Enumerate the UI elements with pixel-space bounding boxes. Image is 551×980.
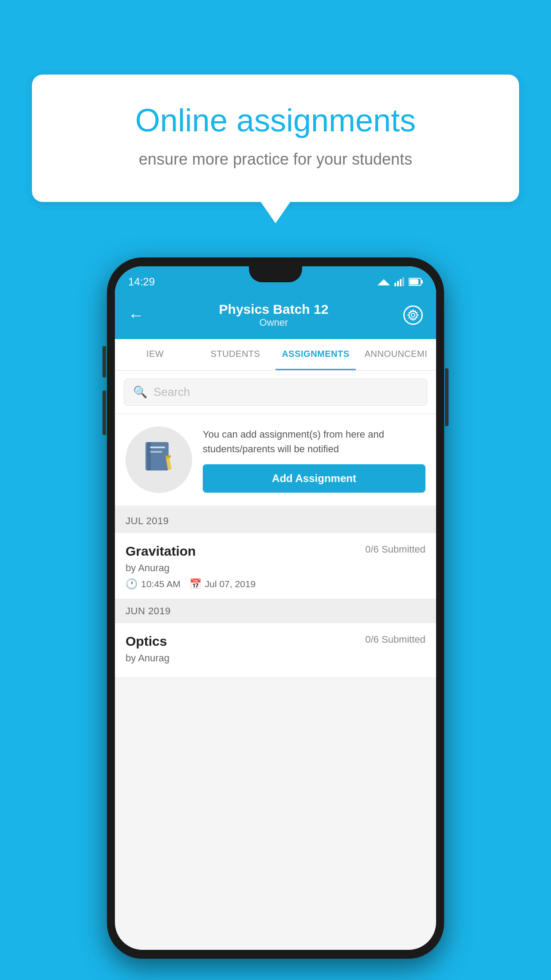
promo-description: You can add assignment(s) from here and … [203, 427, 425, 456]
assignment-item-optics[interactable]: Optics 0/6 Submitted by Anurag [115, 623, 436, 678]
assignment-by-gravitation: by Anurag [126, 562, 425, 574]
assignment-meta-gravitation: 🕐 10:45 AM 📅 Jul 07, 2019 [126, 578, 425, 590]
search-icon: 🔍 [133, 385, 147, 399]
add-assignment-button[interactable]: Add Assignment [203, 464, 425, 493]
gear-icon [407, 309, 419, 321]
assignment-submitted-gravitation: 0/6 Submitted [365, 544, 425, 555]
assignment-name-optics: Optics [126, 634, 167, 649]
phone-frame: 14:29 [107, 257, 444, 959]
svg-rect-6 [421, 280, 423, 284]
speech-bubble-subtitle: ensure more practice for your students [67, 148, 484, 170]
assignment-time-gravitation: 🕐 10:45 AM [126, 578, 181, 590]
section-header-jul: JUL 2019 [115, 509, 436, 533]
svg-rect-7 [409, 279, 418, 285]
header-center: Physics Batch 12 Owner [144, 302, 403, 328]
svg-rect-2 [397, 281, 399, 286]
speech-bubble: Online assignments ensure more practice … [32, 75, 519, 202]
assignment-submitted-optics: 0/6 Submitted [365, 634, 425, 645]
wifi-icon [378, 277, 390, 286]
svg-rect-12 [150, 451, 162, 453]
search-input[interactable]: Search [153, 385, 190, 399]
battery-icon [409, 278, 423, 286]
assignment-top-row: Gravitation 0/6 Submitted [126, 544, 425, 559]
search-bar[interactable]: 🔍 Search [124, 379, 427, 406]
promo-icon-circle [126, 427, 192, 493]
svg-rect-4 [402, 277, 404, 286]
svg-rect-11 [150, 447, 165, 448]
assignment-by-optics: by Anurag [126, 652, 425, 664]
notebook-icon [141, 439, 177, 481]
svg-rect-3 [400, 279, 401, 286]
svg-rect-1 [394, 283, 396, 286]
tab-assignments[interactable]: ASSIGNMENTS [276, 339, 356, 370]
signal-icon [394, 277, 404, 286]
svg-marker-0 [378, 279, 390, 285]
search-container: 🔍 Search [115, 371, 436, 414]
volume-up-button [102, 346, 106, 377]
assignment-item-gravitation[interactable]: Gravitation 0/6 Submitted by Anurag 🕐 10… [115, 533, 436, 599]
volume-down-button [102, 391, 106, 435]
assignment-top-row-optics: Optics 0/6 Submitted [126, 634, 425, 649]
calendar-icon: 📅 [189, 578, 201, 590]
phone-screen: 14:29 [115, 266, 436, 950]
status-icons [378, 277, 423, 286]
app-header: ← Physics Batch 12 Owner [115, 293, 436, 339]
power-button [445, 368, 449, 426]
clock-icon: 🕐 [126, 578, 138, 590]
phone-wrapper: 14:29 [107, 257, 444, 959]
section-header-jun: JUN 2019 [115, 599, 436, 623]
assignment-date-text: Jul 07, 2019 [205, 579, 256, 589]
settings-button[interactable] [403, 305, 423, 325]
svg-point-8 [411, 313, 415, 317]
svg-rect-10 [147, 442, 151, 470]
tab-students[interactable]: STUDENTS [195, 339, 276, 370]
assignment-notebook-icon [141, 439, 177, 474]
promo-content: You can add assignment(s) from here and … [203, 427, 425, 493]
section-month-jul: JUL 2019 [126, 515, 169, 526]
tabs-container: IEW STUDENTS ASSIGNMENTS ANNOUNCEMI [115, 339, 436, 371]
speech-bubble-container: Online assignments ensure more practice … [32, 75, 519, 202]
phone-notch [249, 266, 302, 282]
tab-iew[interactable]: IEW [115, 339, 195, 370]
tab-announcements[interactable]: ANNOUNCEMI [356, 339, 436, 370]
section-month-jun: JUN 2019 [126, 605, 171, 616]
assignment-name-gravitation: Gravitation [126, 544, 196, 559]
assignment-time-text: 10:45 AM [141, 579, 181, 589]
header-subtitle: Owner [144, 317, 403, 328]
status-time: 14:29 [128, 276, 155, 288]
back-button[interactable]: ← [128, 306, 144, 324]
header-title: Physics Batch 12 [144, 302, 403, 317]
speech-bubble-title: Online assignments [67, 101, 484, 139]
assignment-date-gravitation: 📅 Jul 07, 2019 [189, 578, 256, 590]
promo-section: You can add assignment(s) from here and … [115, 414, 436, 509]
